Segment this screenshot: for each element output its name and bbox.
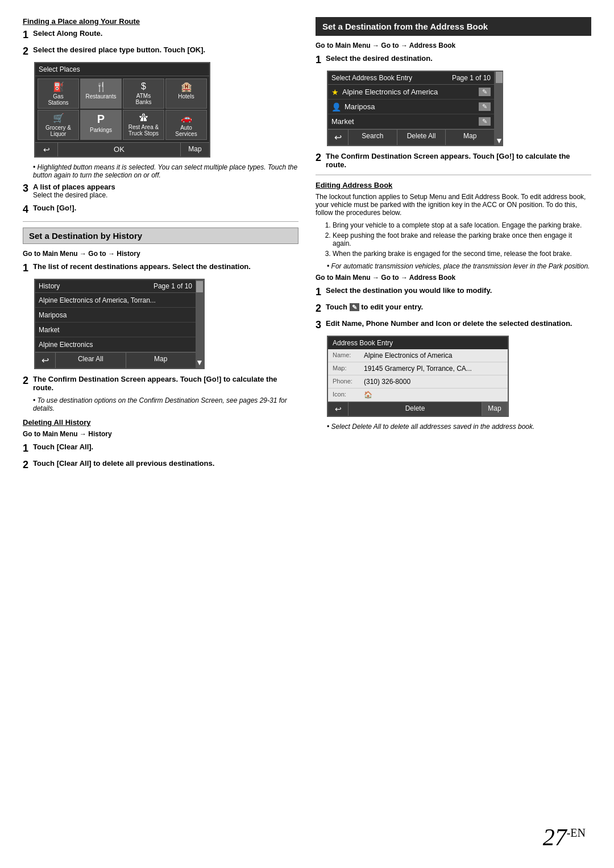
history-item-3[interactable]: Market xyxy=(35,323,196,337)
ab-item-3-edit-btn[interactable]: ✎ xyxy=(479,117,491,126)
place-grocery[interactable]: 🛒 Grocery &Liquor xyxy=(38,110,79,140)
finding-place-title: Finding a Place along Your Route xyxy=(23,17,298,26)
del-step-2-text: Touch [Clear All] to delete all previous… xyxy=(33,459,214,468)
deleting-header: Deleting All History xyxy=(23,418,298,427)
step-4-row: 4 Touch [Go!]. xyxy=(23,204,298,216)
ab-step-2-text: The Confirm Destination Screen appears. … xyxy=(326,152,570,169)
ab-entry-back-btn[interactable]: ↩ xyxy=(328,402,349,416)
edit-step-3-row: 3 Edit Name, Phone Number and Icon or de… xyxy=(316,319,591,331)
history-scrollbar[interactable]: ▼ xyxy=(196,280,204,368)
history-footer: ↩ Clear All Map xyxy=(35,352,196,368)
places-ok-btn[interactable]: OK xyxy=(58,143,181,156)
history-step-1-number: 1 xyxy=(23,262,28,274)
step-2-row: 2 Select the desired place type button. … xyxy=(23,46,298,57)
del-step-2-row: 2 Touch [Clear All] to delete all previo… xyxy=(23,459,298,471)
places-footer: ↩ OK Map xyxy=(35,142,209,156)
history-title: History xyxy=(39,282,60,290)
del-step-2-number: 2 xyxy=(23,459,28,471)
edit-step-3-text: Edit Name, Phone Number and Icon or dele… xyxy=(326,319,572,328)
history-item-3-text: Market xyxy=(39,326,192,334)
right-column: Set a Destination from the Address Book … xyxy=(316,17,591,476)
ab-entry-footer: ↩ Delete Map xyxy=(328,402,508,416)
finding-place-header: Finding a Place along Your Route xyxy=(23,17,298,26)
parking-label: Parkings xyxy=(90,127,112,133)
address-book-section-title: Set a Destination from the Address Book xyxy=(316,17,591,36)
right-divider xyxy=(316,175,591,175)
place-restaurants[interactable]: 🍴 Restaurants xyxy=(80,78,122,109)
places-map-btn[interactable]: Map xyxy=(181,143,209,156)
edit-step-2-number: 2 xyxy=(316,303,321,315)
edit-step-1-row: 1 Select the destination you would like … xyxy=(316,286,591,298)
place-parking[interactable]: P Parkings xyxy=(80,110,122,140)
places-grid: ⛽ GasStations 🍴 Restaurants $ ATMsBanks … xyxy=(35,76,209,142)
ab-item-2-text: Mariposa xyxy=(345,102,479,111)
history-section-title: Set a Destination by History xyxy=(29,231,292,241)
history-step-1-text: The list of recent destinations appears.… xyxy=(33,262,251,271)
ab-item-2-edit-btn[interactable]: ✎ xyxy=(479,102,491,111)
auto-trans-bullet: For automatic transmission vehicles, pla… xyxy=(327,262,591,270)
ab-item-2[interactable]: 👤 Mariposa ✎ xyxy=(328,100,494,114)
ab-item-3[interactable]: Market ✎ xyxy=(328,114,494,129)
ab-entry-delete-btn[interactable]: Delete xyxy=(349,402,482,416)
ab-item-1-edit-btn[interactable]: ✎ xyxy=(479,88,491,96)
star-icon: ★ xyxy=(331,88,339,97)
history-bullet: To use destination options on the Confir… xyxy=(33,396,298,412)
history-page: Page 1 of 10 xyxy=(154,282,192,290)
history-box-content: History Page 1 of 10 Alpine Electronics … xyxy=(35,280,196,368)
grocery-icon: 🛒 xyxy=(39,113,77,123)
history-item-1[interactable]: Alpine Electronics of America, Torran... xyxy=(35,293,196,308)
edit-step-1-number: 1 xyxy=(316,286,321,298)
ab-nav-header: Select Address Book Entry Page 1 of 10 xyxy=(328,72,494,85)
ab-back-btn[interactable]: ↩ xyxy=(328,130,349,145)
edit-step-2-text: Touch ✎ to edit your entry. xyxy=(326,303,423,311)
history-scroll-down-icon[interactable]: ▼ xyxy=(196,358,204,368)
ab-item-1[interactable]: ★ Alpine Electronics of America ✎ xyxy=(328,85,494,100)
place-hotels[interactable]: 🏨 Hotels xyxy=(165,78,207,109)
bullet-1: Highlighted button means it is selected.… xyxy=(33,163,298,179)
place-rest-area[interactable]: 🛣 Rest Area &Truck Stops xyxy=(123,110,164,140)
history-item-4-text: Alpine Electronics xyxy=(39,341,192,349)
history-back-btn[interactable]: ↩ xyxy=(35,353,56,368)
delete-all-bullet: Select Delete All to delete all addresse… xyxy=(327,423,591,431)
ab-entry-icon-row: Icon: 🏠 xyxy=(328,388,508,402)
ab-nav-page: Page 1 of 10 xyxy=(452,74,491,82)
history-step-2-number: 2 xyxy=(23,375,28,387)
history-step-2-text: The Confirm Destination Screen appears. … xyxy=(33,375,277,392)
history-clear-btn[interactable]: Clear All xyxy=(56,353,126,368)
history-goto-2: Go to Main Menu → History xyxy=(23,430,298,438)
ab-entry-phone-row: Phone: (310) 326-8000 xyxy=(328,375,508,388)
history-map-btn[interactable]: Map xyxy=(126,353,196,368)
editing-steps-list: Bring your vehicle to a complete stop at… xyxy=(333,221,591,258)
step-3-number: 3 xyxy=(23,183,28,195)
places-back-btn[interactable]: ↩ xyxy=(35,143,58,156)
step-3-row: 3 A list of places appears Select the de… xyxy=(23,183,298,199)
step-1-number: 1 xyxy=(23,29,28,41)
place-auto[interactable]: 🚗 AutoServices xyxy=(165,110,207,140)
ab-delete-all-btn[interactable]: Delete All xyxy=(397,130,446,145)
restaurants-label: Restaurants xyxy=(86,93,117,100)
hotels-label: Hotels xyxy=(178,93,194,100)
ab-scrollbar[interactable]: ▼ xyxy=(495,71,503,146)
ab-nav-box: Select Address Book Entry Page 1 of 10 ★… xyxy=(327,71,503,146)
ab-nav-box-inner: Select Address Book Entry Page 1 of 10 ★… xyxy=(327,71,495,146)
gas-icon: ⛽ xyxy=(39,81,77,92)
history-step-2-row: 2 The Confirm Destination Screen appears… xyxy=(23,375,298,392)
place-atms[interactable]: $ ATMsBanks xyxy=(123,78,164,109)
history-item-4[interactable]: Alpine Electronics xyxy=(35,337,196,352)
ab-icon-value: 🏠 xyxy=(364,391,503,399)
ab-name-value: Alpine Electronics of America xyxy=(364,352,503,359)
ab-map-btn[interactable]: Map xyxy=(446,130,494,145)
step-4-text: Touch [Go!]. xyxy=(33,204,76,212)
ab-entry-map-btn[interactable]: Map xyxy=(482,402,508,416)
section-divider xyxy=(23,221,298,222)
history-section-box: Set a Destination by History xyxy=(23,228,298,244)
ab-search-btn[interactable]: Search xyxy=(349,130,397,145)
step-4-number: 4 xyxy=(23,204,28,216)
place-gas[interactable]: ⛽ GasStations xyxy=(38,78,79,109)
ab-scroll-down-icon[interactable]: ▼ xyxy=(495,136,503,146)
ab-step-1-row: 1 Select the desired destination. xyxy=(316,54,591,66)
history-item-2[interactable]: Mariposa xyxy=(35,308,196,323)
ab-step-1-number: 1 xyxy=(316,54,321,66)
ab-map-value: 19145 Gramercy Pl, Torrance, CA... xyxy=(364,365,503,373)
rest-area-icon: 🛣 xyxy=(125,113,163,123)
